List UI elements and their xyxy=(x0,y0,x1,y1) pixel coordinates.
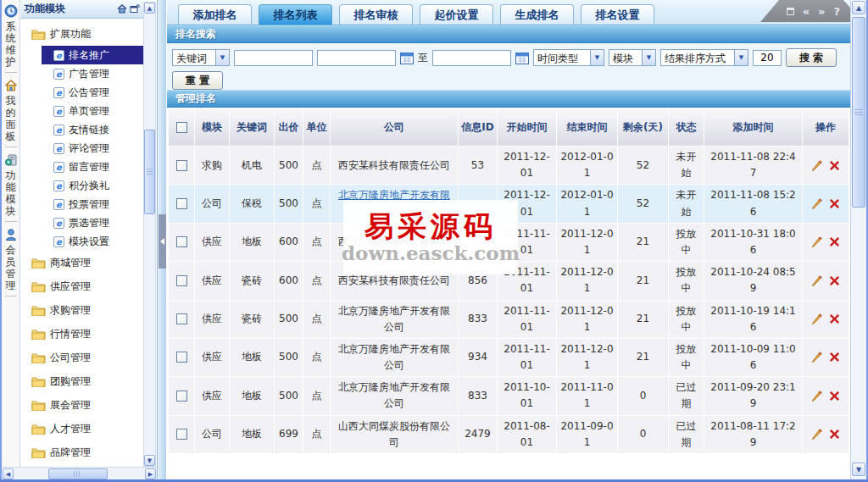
tree-item-doc[interactable]: e留言管理 xyxy=(42,158,143,176)
thumb-grip xyxy=(74,471,81,477)
edit-icon[interactable] xyxy=(810,390,823,402)
help-icon[interactable]: ? xyxy=(833,6,840,17)
tree-item-doc[interactable]: e模块设置 xyxy=(42,232,143,251)
edit-icon[interactable] xyxy=(810,428,823,440)
table-row[interactable]: 供应 瓷砖 500 点 北京万隆房地产开发有限公司 833 2011-11-01… xyxy=(169,301,849,338)
tree-horizontal-scrollbar[interactable]: ◀ ▶ xyxy=(2,467,157,479)
table-row[interactable]: 供应 地板 500 点 北京万隆房地产开发有限公司 934 2011-11-01… xyxy=(169,339,849,376)
scroll-down-button[interactable]: ▼ xyxy=(144,455,155,466)
tree-item-folder[interactable]: 人才管理 xyxy=(21,417,143,440)
delete-icon[interactable] xyxy=(828,390,841,402)
search-button[interactable]: 搜 索 xyxy=(786,48,837,67)
tree-vertical-scrollbar[interactable]: ▲ ▼ xyxy=(143,2,156,467)
tree-item-doc[interactable]: e广告管理 xyxy=(42,64,143,83)
select-all-checkbox[interactable] xyxy=(176,122,187,133)
delete-icon[interactable] xyxy=(828,428,841,440)
search-area: 关键词▼ 至 时间类型▼ 模块▼ 结果排序方式▼ 搜 索 重 置 xyxy=(167,43,850,90)
tab-add-ranking[interactable]: 添加排名 xyxy=(178,4,252,25)
tab-ranking-review[interactable]: 排名审核 xyxy=(339,4,413,25)
sort-order-select[interactable]: 结果排序方式▼ xyxy=(660,49,748,66)
reset-button[interactable]: 重 置 xyxy=(172,71,223,90)
window-icon[interactable] xyxy=(787,8,794,15)
edit-icon[interactable] xyxy=(810,235,823,248)
delete-icon[interactable] xyxy=(828,313,841,325)
tree-item-doc[interactable]: e友情链接 xyxy=(42,120,143,139)
keyword-type-select[interactable]: 关键词▼ xyxy=(172,49,230,66)
table-row[interactable]: 供应 地板 500 点 北京万隆房地产开发有限公司 833 2011-10-01… xyxy=(169,377,849,414)
strip-item-panel[interactable]: 我的面板 xyxy=(4,77,18,142)
splitter-collapse-handle[interactable] xyxy=(159,214,166,269)
tree-item-folder[interactable]: 扩展功能 xyxy=(21,22,143,46)
row-checkbox[interactable] xyxy=(176,160,187,171)
tab-generate-ranking[interactable]: 生成排名 xyxy=(500,4,574,25)
strip-item-member[interactable]: 会员管理 xyxy=(4,226,18,291)
tab-start-price[interactable]: 起价设置 xyxy=(420,4,493,25)
row-checkbox[interactable] xyxy=(176,198,187,209)
row-checkbox[interactable] xyxy=(176,391,187,402)
delete-icon[interactable] xyxy=(828,235,841,248)
calendar-icon[interactable] xyxy=(400,52,414,64)
module-select[interactable]: 模块▼ xyxy=(609,49,656,66)
scroll-thumb[interactable] xyxy=(852,17,865,208)
tree-item-folder[interactable]: 求购管理 xyxy=(21,298,143,322)
chevron-down-icon: ▼ xyxy=(590,50,604,65)
scroll-down-button[interactable]: ▼ xyxy=(852,463,865,476)
tree-item-folder[interactable]: 公司管理 xyxy=(21,346,143,369)
delete-icon[interactable] xyxy=(828,274,841,287)
time-type-select[interactable]: 时间类型▼ xyxy=(533,49,604,66)
edit-icon[interactable] xyxy=(810,159,823,172)
scroll-tabs-right-icon[interactable]: » xyxy=(818,6,825,17)
scroll-thumb[interactable] xyxy=(144,130,155,214)
tree-item-doc[interactable]: e单页管理 xyxy=(42,102,143,120)
tree-item-folder[interactable]: 供应管理 xyxy=(21,274,143,298)
tree-item-folder[interactable]: 品牌管理 xyxy=(21,440,143,464)
table-row[interactable]: 公司 地板 699 点 山西大同煤炭股份有限公司 2479 2011-08-01… xyxy=(169,416,849,453)
row-checkbox[interactable] xyxy=(176,429,187,440)
page-size-input[interactable] xyxy=(753,50,782,66)
tree-item-folder[interactable]: 商城管理 xyxy=(21,251,143,274)
row-checkbox[interactable] xyxy=(176,352,187,363)
scroll-right-button[interactable]: ▶ xyxy=(145,468,156,479)
scroll-thumb[interactable] xyxy=(48,468,108,479)
scroll-tabs-left-icon[interactable]: « xyxy=(803,6,810,17)
row-checkbox[interactable] xyxy=(176,275,187,286)
tree-item-doc[interactable]: e投票管理 xyxy=(42,195,143,213)
tree-item-doc[interactable]: e积分换礼 xyxy=(42,176,143,195)
row-checkbox[interactable] xyxy=(176,236,187,247)
tree-item-doc[interactable]: e公告管理 xyxy=(42,83,143,102)
cell-company: 北京万隆房地产开发有限公司 xyxy=(331,301,458,338)
tree-item-doc[interactable]: e排名推广 xyxy=(42,46,143,64)
strip-item-modules[interactable]: 功能模块 xyxy=(4,152,18,217)
tree-item-folder[interactable]: 展会管理 xyxy=(21,393,143,417)
home-small-icon[interactable] xyxy=(117,4,127,14)
tree-item-doc[interactable]: e票选管理 xyxy=(42,213,143,232)
delete-icon[interactable] xyxy=(828,159,841,172)
table-row[interactable]: 求购 机电 500 点 西安某科技有限责任公司 53 2011-12-01 20… xyxy=(169,147,849,184)
edit-icon[interactable] xyxy=(810,351,823,363)
tree-item-doc[interactable]: e评论管理 xyxy=(42,139,143,158)
delete-icon[interactable] xyxy=(828,197,841,210)
main-vertical-scrollbar[interactable]: ▲ ▼ xyxy=(850,0,866,479)
scroll-up-button[interactable]: ▲ xyxy=(144,3,155,14)
tab-ranking-list[interactable]: 排名列表 xyxy=(259,4,332,25)
strip-item-system[interactable]: 系统维护 xyxy=(4,3,18,68)
start-date-input[interactable] xyxy=(317,50,396,66)
scroll-up-button[interactable]: ▲ xyxy=(852,1,865,14)
popout-icon[interactable] xyxy=(130,4,140,14)
edit-icon[interactable] xyxy=(810,197,823,210)
keyword-input[interactable] xyxy=(234,50,313,66)
tab-ranking-settings[interactable]: 排名设置 xyxy=(581,4,654,25)
end-date-input[interactable] xyxy=(432,50,511,66)
tree-item-folder[interactable]: 行情管理 xyxy=(21,322,143,346)
scroll-left-button[interactable]: ◀ xyxy=(3,468,14,479)
edit-icon[interactable] xyxy=(810,313,823,325)
cell-unit: 点 xyxy=(303,185,330,222)
edit-icon[interactable] xyxy=(810,274,823,287)
panel-splitter[interactable] xyxy=(157,0,167,479)
delete-icon[interactable] xyxy=(828,351,841,363)
row-checkbox[interactable] xyxy=(176,313,187,324)
calendar-icon[interactable] xyxy=(515,52,529,64)
search-section-header: 排名搜索 xyxy=(167,25,850,43)
tree-item-folder[interactable]: 团购管理 xyxy=(21,369,143,393)
tree-item-label: 行情管理 xyxy=(50,327,91,341)
